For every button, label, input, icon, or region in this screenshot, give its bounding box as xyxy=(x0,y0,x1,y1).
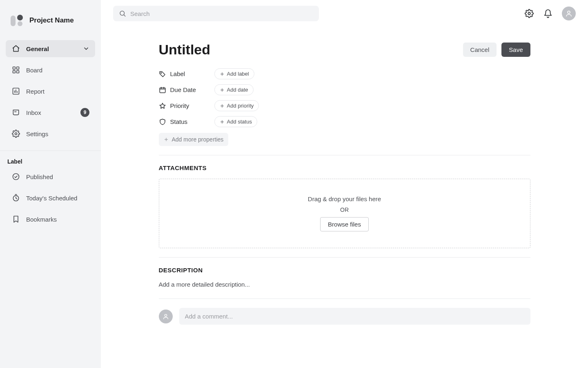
sidebar-item-label: General xyxy=(26,45,49,52)
sidebar-label-published[interactable]: Published xyxy=(6,168,95,185)
svg-point-13 xyxy=(568,11,570,13)
browse-files-button[interactable]: Browse files xyxy=(320,217,369,231)
sidebar-label-bookmarks[interactable]: Bookmarks xyxy=(6,211,95,228)
property-name: Priority xyxy=(170,102,189,109)
inbox-badge: 9 xyxy=(80,108,89,117)
sidebar-item-general[interactable]: General xyxy=(6,40,95,57)
sidebar-item-inbox[interactable]: Inbox 9 xyxy=(6,104,95,121)
search-input[interactable] xyxy=(130,10,313,17)
sidebar-item-label: Settings xyxy=(26,130,48,137)
chevron-down-icon xyxy=(83,45,89,52)
add-status-button[interactable]: Add status xyxy=(214,116,257,127)
plus-icon xyxy=(220,88,225,92)
sidebar-label-scheduled[interactable]: Today's Scheduled xyxy=(6,189,95,206)
property-label: Status xyxy=(159,118,214,126)
property-row-due-date: Due Date Add date xyxy=(159,84,530,95)
sidebar-header: Project Name xyxy=(0,0,101,38)
comment-input[interactable] xyxy=(179,308,530,325)
svg-point-8 xyxy=(15,133,17,135)
star-icon xyxy=(159,102,166,110)
app-logo-icon xyxy=(8,12,24,29)
settings-button[interactable] xyxy=(524,9,534,18)
svg-point-9 xyxy=(13,174,19,180)
plus-icon xyxy=(220,72,225,76)
property-name: Label xyxy=(170,70,185,77)
save-button[interactable]: Save xyxy=(501,43,530,57)
sidebar-item-label: Board xyxy=(26,67,42,74)
attachments-heading: ATTACHMENTS xyxy=(159,164,530,171)
cancel-button[interactable]: Cancel xyxy=(463,43,497,57)
svg-rect-0 xyxy=(11,16,16,26)
properties: Label Add label Due Date Add date xyxy=(159,68,530,127)
comment-avatar xyxy=(159,310,173,323)
svg-rect-5 xyxy=(13,71,16,73)
description-heading: DESCRIPTION xyxy=(159,267,530,274)
divider xyxy=(159,257,530,258)
inbox-icon xyxy=(11,108,20,117)
sidebar-divider xyxy=(0,150,101,151)
svg-point-12 xyxy=(528,12,530,15)
plus-icon xyxy=(164,137,169,142)
property-name: Status xyxy=(170,118,188,125)
svg-rect-3 xyxy=(13,67,16,70)
property-row-label: Label Add label xyxy=(159,68,530,79)
add-priority-button[interactable]: Add priority xyxy=(214,100,259,111)
sidebar-item-settings[interactable]: Settings xyxy=(6,125,95,142)
board-icon xyxy=(11,65,20,74)
add-more-properties-button[interactable]: Add more properties xyxy=(159,133,229,146)
plus-icon xyxy=(220,119,225,124)
notifications-button[interactable] xyxy=(543,9,553,18)
topbar xyxy=(101,0,588,27)
property-name: Due Date xyxy=(170,86,196,93)
sidebar-section-label: Label xyxy=(0,158,101,166)
sidebar: Project Name General Board Report xyxy=(0,0,101,368)
sidebar-item-board[interactable]: Board xyxy=(6,61,95,79)
property-row-priority: Priority Add priority xyxy=(159,100,530,111)
sidebar-nav: General Board Report Inbox 9 xyxy=(0,38,101,150)
property-label: Due Date xyxy=(159,86,214,94)
dropzone-or: OR xyxy=(340,206,349,213)
svg-point-1 xyxy=(17,15,23,20)
calendar-icon xyxy=(159,86,166,94)
attachments-dropzone[interactable]: Drag & drop your files here OR Browse fi… xyxy=(159,179,530,248)
tag-icon xyxy=(159,70,166,78)
report-icon xyxy=(11,87,20,96)
svg-point-11 xyxy=(120,11,125,16)
property-row-status: Status Add status xyxy=(159,116,530,127)
svg-rect-6 xyxy=(17,71,19,73)
main: Untitled Cancel Save Label Add label xyxy=(101,0,588,368)
add-date-button[interactable]: Add date xyxy=(214,84,254,95)
check-circle-icon xyxy=(11,172,20,181)
sidebar-item-report[interactable]: Report xyxy=(6,83,95,100)
search-icon xyxy=(119,10,126,17)
shield-icon xyxy=(159,118,166,126)
title-row: Untitled Cancel Save xyxy=(159,42,530,58)
dropzone-text: Drag & drop your files here xyxy=(308,195,381,202)
svg-point-2 xyxy=(18,21,22,26)
property-label: Label xyxy=(159,70,214,78)
add-label-button[interactable]: Add label xyxy=(214,68,254,79)
bookmark-icon xyxy=(11,215,20,224)
svg-point-14 xyxy=(160,72,161,73)
topbar-right xyxy=(524,7,576,20)
project-title: Project Name xyxy=(29,16,74,25)
plus-icon xyxy=(220,103,225,108)
search-box[interactable] xyxy=(113,6,319,21)
sidebar-item-label: Published xyxy=(26,173,53,180)
description-input[interactable]: Add a more detailed description... xyxy=(159,281,530,288)
sidebar-item-label: Report xyxy=(26,88,45,95)
home-icon xyxy=(11,44,20,53)
content: Untitled Cancel Save Label Add label xyxy=(159,42,530,325)
page-title[interactable]: Untitled xyxy=(159,42,211,58)
gear-icon xyxy=(11,129,20,138)
sidebar-item-label: Inbox xyxy=(26,109,41,116)
sidebar-item-label: Today's Scheduled xyxy=(26,195,77,202)
clock-icon xyxy=(11,193,20,202)
avatar[interactable] xyxy=(562,7,576,20)
sidebar-item-label: Bookmarks xyxy=(26,216,57,223)
svg-point-16 xyxy=(165,314,167,316)
svg-rect-15 xyxy=(160,88,165,92)
sidebar-labels: Published Today's Scheduled Bookmarks xyxy=(0,166,101,236)
property-label: Priority xyxy=(159,102,214,110)
divider xyxy=(159,155,530,155)
